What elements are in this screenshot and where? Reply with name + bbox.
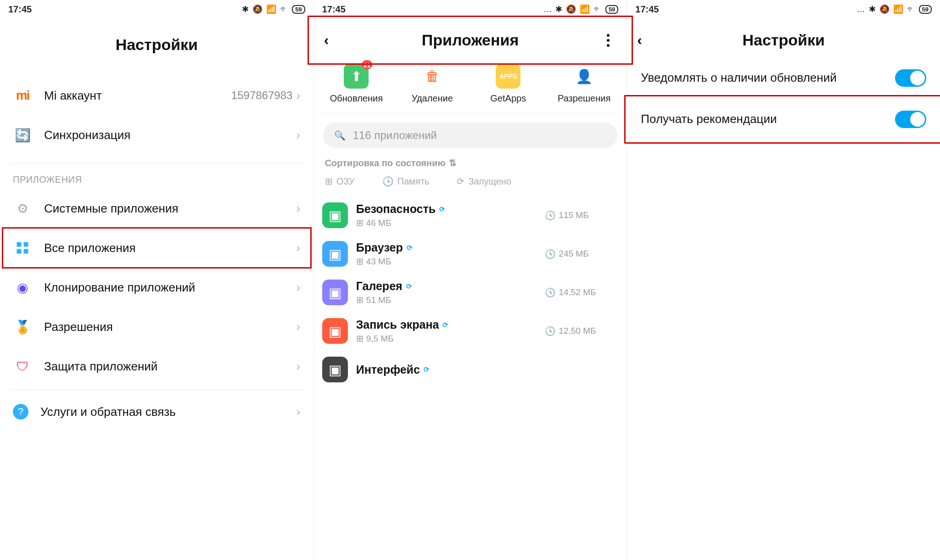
bluetooth-icon: ✱ [242, 4, 249, 14]
app-name: Галерея ⟳ [356, 280, 545, 293]
system-apps-row[interactable]: ⚙ Системные приложения › [8, 189, 305, 228]
ram-chip[interactable]: ⊞ОЗУ [325, 176, 355, 187]
updates-notify-row[interactable]: Уведомлять о наличии обновлений [627, 57, 940, 99]
app-storage: 🕓 14,52 МБ [545, 287, 618, 298]
signal-icon: 📶 [266, 4, 276, 14]
app-icon: ▣ [322, 241, 348, 267]
help-icon: ? [13, 404, 28, 420]
divider [8, 390, 305, 390]
feedback-section: ? Услуги и обратная связь › [0, 394, 313, 430]
chevron-right-icon: › [296, 201, 300, 216]
updates-notify-label: Уведомлять о наличии обновлений [641, 70, 895, 86]
all-apps-row[interactable]: Все приложения › [8, 228, 305, 268]
loading-icon: ⟳ [407, 244, 413, 252]
app-icon: ▣ [322, 202, 348, 228]
status-time: 17:45 [8, 4, 32, 15]
status-right: ✱ 🔕 📶 ᯤ 59 [242, 4, 305, 14]
all-apps-label: Все приложения [44, 241, 296, 255]
recommendations-label: Получать рекомендации [641, 112, 895, 127]
chevron-right-icon: › [296, 404, 300, 419]
app-list: ▣ Безопасность ⟳ ⊞ 46 МБ 🕓 115 МБ ▣ Брау… [314, 196, 627, 389]
updates-action[interactable]: ⬆ 21 Обновления [319, 64, 394, 104]
more-menu-button[interactable] [600, 34, 616, 47]
ram-chip-label: ОЗУ [336, 176, 355, 187]
updates-icon: ⬆ 21 [344, 64, 369, 89]
app-row[interactable]: ▣ Браузер ⟳ ⊞ 43 МБ 🕓 245 МБ [322, 235, 619, 273]
getapps-action[interactable]: APPS GetApps [470, 64, 546, 104]
app-name: Интерфейс ⟳ [356, 363, 545, 376]
trash-icon: 🗑 [420, 64, 445, 89]
app-row[interactable]: ▣ Безопасность ⟳ ⊞ 46 МБ 🕓 115 МБ [322, 196, 619, 235]
app-ram: ⊞ 51 МБ [356, 295, 545, 305]
sort-selector[interactable]: Сортировка по состоянию ⇅ [314, 157, 627, 168]
uninstall-action[interactable]: 🗑 Удаление [394, 64, 470, 104]
chevron-right-icon: › [296, 359, 300, 374]
app-settings-panel: 17:45 … ✱ 🔕 📶 ᯤ 59 ‹ Настройки Уведомлят… [627, 0, 940, 560]
back-button[interactable]: ‹ [324, 32, 341, 49]
mute-icon: 🔕 [879, 4, 890, 14]
clock-icon: 🕓 [545, 210, 556, 221]
app-row[interactable]: ▣ Интерфейс ⟳ [322, 350, 619, 389]
updates-badge: 21 [362, 60, 373, 69]
app-row[interactable]: ▣ Запись экрана ⟳ ⊞ 9,5 МБ 🕓 12,50 МБ [322, 312, 619, 350]
chevron-right-icon: › [296, 319, 300, 334]
chevron-right-icon: › [296, 88, 300, 103]
app-name: Браузер ⟳ [356, 241, 545, 254]
recommendations-toggle[interactable] [895, 111, 926, 128]
sort-label: Сортировка по состоянию [325, 158, 446, 168]
apps-section: ⚙ Системные приложения › Все приложения … [0, 189, 313, 386]
battery-icon: 59 [919, 5, 932, 14]
sync-row[interactable]: 🔄 Синхронизация › [8, 115, 305, 155]
apps-header: ‹ Приложения [314, 28, 627, 53]
permissions-icon: 🏅 [13, 317, 32, 336]
mi-logo-icon: mi [13, 86, 32, 105]
status-bar: 17:45 … ✱ 🔕 📶 ᯤ 59 [314, 0, 627, 18]
back-button[interactable]: ‹ [637, 32, 654, 49]
dots-icon: … [857, 5, 865, 14]
permissions-action-label: Разрешения [558, 93, 610, 104]
clone-icon: ◉ [13, 278, 32, 297]
mi-account-value: 1597867983 [231, 89, 292, 102]
mi-account-row[interactable]: mi Mi аккаунт 1597867983 › [8, 76, 305, 115]
running-chip[interactable]: ⟳Запущено [457, 176, 511, 187]
permissions-row[interactable]: 🏅 Разрешения › [8, 307, 305, 347]
recommendations-row[interactable]: Получать рекомендации [627, 99, 940, 140]
mi-account-label: Mi аккаунт [44, 89, 231, 103]
account-section: mi Mi аккаунт 1597867983 › 🔄 Синхронизац… [0, 76, 313, 155]
loading-icon: ⟳ [406, 282, 412, 291]
store-icon: APPS [496, 64, 520, 89]
app-protection-row[interactable]: 🛡 Защита приложений › [8, 347, 305, 386]
search-input[interactable]: 🔍 116 приложений [323, 123, 618, 148]
svg-rect-0 [17, 242, 22, 247]
bluetooth-icon: ✱ [555, 4, 562, 14]
updates-notify-toggle[interactable] [895, 69, 926, 87]
loading-icon: ⟳ [442, 321, 448, 329]
loading-icon: ⟳ [424, 365, 430, 374]
ram-icon: ⊞ [356, 256, 364, 267]
cloning-row[interactable]: ◉ Клонирование приложений › [8, 268, 305, 307]
app-icon: ▣ [322, 357, 348, 382]
sync-icon: 🔄 [13, 125, 32, 145]
permissions-label: Разрешения [44, 320, 296, 334]
storage-chip[interactable]: 🕓Память [382, 176, 430, 187]
ram-icon: ⊞ [356, 295, 364, 305]
status-right: … ✱ 🔕 📶 ᯤ 59 [543, 4, 618, 14]
cloning-label: Клонирование приложений [44, 280, 296, 295]
chevron-right-icon: › [296, 128, 300, 142]
chip-running-icon: ⟳ [457, 176, 464, 187]
dots-icon: … [543, 5, 552, 14]
clock-icon: 🕓 [545, 249, 556, 259]
settings-title: Настройки [654, 31, 913, 49]
app-protection-label: Защита приложений [44, 359, 296, 374]
wifi-icon: ᯤ [280, 5, 288, 14]
app-ram: ⊞ 46 МБ [356, 218, 545, 228]
feedback-row[interactable]: ? Услуги и обратная связь › [8, 394, 305, 430]
permissions-action[interactable]: 👤 Разрешения [546, 64, 622, 104]
clock-icon: 🕓 [545, 326, 556, 336]
apps-panel: 17:45 … ✱ 🔕 📶 ᯤ 59 ‹ Приложения ⬆ 21 Обн… [313, 0, 627, 560]
getapps-label: GetApps [490, 93, 526, 104]
mute-icon: 🔕 [566, 4, 576, 14]
filter-chips: ⊞ОЗУ 🕓Память ⟳Запущено [314, 168, 627, 196]
app-row[interactable]: ▣ Галерея ⟳ ⊞ 51 МБ 🕓 14,52 МБ [322, 273, 619, 312]
shield-icon: 🛡 [13, 357, 32, 376]
